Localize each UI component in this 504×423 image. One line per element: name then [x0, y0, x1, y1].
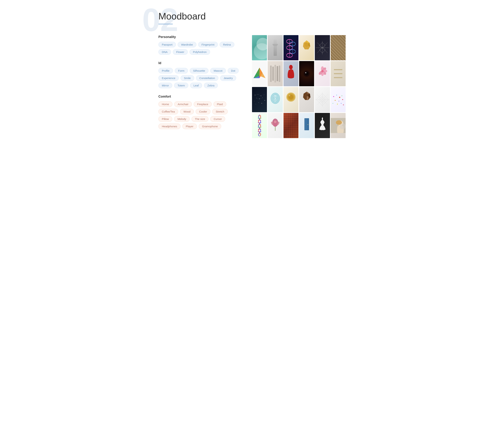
svg-line-50 — [260, 98, 263, 99]
grid-cell-woven-textile — [331, 35, 346, 60]
tag-dna[interactable]: DNA — [158, 49, 171, 55]
tag-dot[interactable]: Dot — [228, 68, 239, 73]
id-title: Id — [158, 61, 241, 65]
grid-cell-teal-circles — [252, 35, 267, 60]
right-panel — [252, 35, 346, 138]
grid-cell-dark-geometric — [315, 35, 330, 60]
grid-cell-white-figure — [315, 113, 330, 138]
grid-cell-blonde-girl — [331, 113, 346, 138]
svg-point-74 — [342, 96, 342, 96]
tag-home[interactable]: Home — [158, 101, 172, 107]
svg-point-96 — [274, 121, 276, 123]
category-comfort: Comfort Home Armchair Fireplace Plaid Co… — [158, 95, 241, 129]
svg-line-47 — [255, 94, 258, 95]
tag-headphones[interactable]: Headphones — [158, 124, 180, 129]
tag-totem[interactable]: Totem — [174, 83, 188, 88]
grid-cell-eye — [299, 61, 314, 86]
svg-line-49 — [257, 98, 260, 99]
title-underline — [158, 24, 173, 24]
tag-smile[interactable]: Smile — [180, 75, 194, 81]
personality-title: Personality — [158, 35, 241, 39]
category-id: Id Profile Form Silhouette Mascot Dot Ex… — [158, 61, 241, 88]
tag-fireplace[interactable]: Fireplace — [194, 101, 212, 107]
svg-marker-63 — [307, 96, 308, 100]
svg-point-40 — [259, 99, 260, 99]
svg-point-71 — [333, 96, 334, 97]
tag-silhouette[interactable]: Silhouette — [190, 68, 209, 73]
svg-point-76 — [339, 101, 339, 101]
tag-profile[interactable]: Profile — [158, 68, 173, 73]
tag-polyhedron[interactable]: Polyhedron — [190, 49, 210, 55]
tag-melody[interactable]: Melody — [174, 116, 190, 122]
svg-point-55 — [274, 97, 276, 99]
tag-mirror[interactable]: Mirror — [158, 83, 172, 88]
grid-cell-amber-lens — [283, 87, 299, 112]
tag-zebra[interactable]: Zebra — [204, 83, 218, 88]
svg-point-43 — [264, 100, 265, 101]
tag-wardrobe[interactable]: Wardrobe — [178, 42, 196, 47]
svg-point-80 — [341, 103, 341, 103]
tag-pillow[interactable]: Pillow — [158, 116, 172, 122]
grid-cell-wooden-gem — [299, 87, 314, 112]
tag-passport[interactable]: Passport — [158, 42, 176, 47]
left-panel: Personality Passport Wardrobe Fingerprin… — [158, 35, 241, 136]
grid-cell-silver-lamp — [268, 35, 283, 60]
personality-tags: Passport Wardrobe Fingerprint Retina DNA… — [158, 42, 241, 55]
svg-point-35 — [255, 95, 255, 95]
svg-point-75 — [335, 100, 336, 101]
grid-cell-constellation — [252, 87, 267, 112]
svg-point-104 — [340, 123, 346, 129]
grid-cell-plaid — [283, 113, 299, 138]
svg-point-44 — [259, 103, 259, 103]
tag-coffee-tea[interactable]: Coffee/Tea — [158, 109, 178, 114]
category-personality: Personality Passport Wardrobe Fingerprin… — [158, 35, 241, 55]
tag-cursor[interactable]: Cursor — [210, 116, 225, 122]
tag-gramophone[interactable]: Gramophone — [199, 124, 221, 129]
tag-flower[interactable]: Flower — [173, 49, 188, 55]
grid-cell-wardrobe — [268, 61, 283, 86]
svg-point-100 — [308, 124, 308, 125]
comfort-tags: Home Armchair Fireplace Plaid Coffee/Tea… — [158, 101, 241, 129]
grid-cell-protea — [268, 113, 283, 138]
grid-cell-wooden-shelves — [331, 61, 346, 86]
grid-cell-dna-helix — [252, 113, 267, 138]
tag-wood[interactable]: Wood — [180, 109, 194, 114]
svg-point-51 — [271, 93, 280, 103]
grid-cell-colorful-prism — [252, 61, 267, 86]
tag-leaf[interactable]: Leaf — [190, 83, 202, 88]
svg-point-79 — [337, 104, 338, 105]
tag-mascot[interactable]: Mascot — [210, 68, 226, 73]
svg-point-27 — [305, 72, 306, 73]
svg-point-38 — [264, 95, 264, 95]
grid-cell-blue-door — [299, 113, 314, 138]
tag-fingerprint[interactable]: Fingerprint — [198, 42, 218, 47]
grid-cell-red-form — [283, 61, 299, 86]
tag-cooler[interactable]: Cooler — [196, 109, 210, 114]
svg-point-78 — [332, 103, 333, 103]
svg-rect-99 — [305, 119, 306, 130]
svg-point-77 — [342, 99, 343, 100]
tag-player[interactable]: Player — [182, 124, 197, 129]
grid-cell-geometric-web — [315, 87, 330, 112]
svg-point-46 — [256, 104, 256, 104]
tag-plaid[interactable]: Plaid — [214, 101, 226, 107]
tag-armchair[interactable]: Armchair — [174, 101, 192, 107]
tag-jewelry[interactable]: Jewelry — [220, 75, 236, 81]
comfort-title: Comfort — [158, 95, 241, 98]
tag-form[interactable]: Form — [175, 68, 188, 73]
header-section: Moodboard — [158, 11, 346, 24]
svg-point-54 — [273, 96, 277, 101]
svg-point-81 — [343, 104, 344, 105]
tag-experience[interactable]: Experience — [158, 75, 179, 81]
tag-constellation[interactable]: Constellation — [196, 75, 218, 81]
grid-cell-dna-colorful — [283, 35, 299, 60]
tag-the-size[interactable]: The size — [192, 116, 209, 122]
page-container: 02 Moodboard Personality Passport Wardro… — [144, 0, 360, 152]
svg-point-52 — [272, 94, 279, 103]
tag-stretch[interactable]: Stretch — [212, 109, 228, 114]
grid-cell-colorful-scatter — [331, 87, 346, 112]
id-tags: Profile Form Silhouette Mascot Dot Exper… — [158, 68, 241, 88]
grid-cell-pink-flower — [315, 61, 330, 86]
tag-retina[interactable]: Retina — [220, 42, 234, 47]
svg-point-23 — [289, 65, 293, 69]
